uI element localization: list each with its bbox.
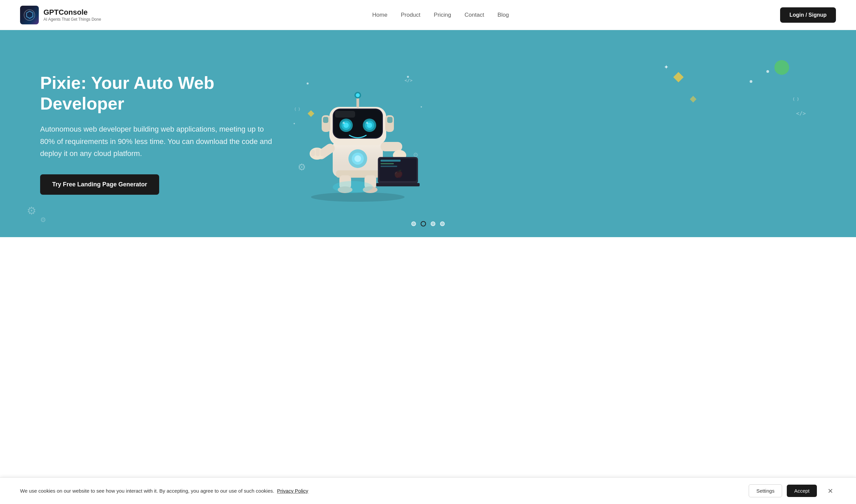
- svg-rect-41: [320, 149, 324, 156]
- hero-illustration: </> { }: [274, 53, 441, 214]
- svg-rect-49: [376, 183, 420, 186]
- svg-point-11: [355, 155, 361, 162]
- svg-marker-54: [308, 110, 314, 117]
- hero-cta-button[interactable]: Try Free Landing Page Generator: [40, 174, 159, 195]
- brand-tagline: AI Agents That Get Things Done: [44, 17, 101, 22]
- svg-rect-40: [316, 148, 320, 156]
- brand-link[interactable]: GPTConsole AI Agents That Get Things Don…: [20, 6, 101, 24]
- carousel-dot-1[interactable]: [411, 221, 416, 226]
- star-deco: ✦: [664, 64, 669, 71]
- hero-content: Pixie: Your Auto Web Developer Autonomou…: [40, 72, 274, 195]
- svg-rect-46: [380, 160, 400, 162]
- svg-text:{ }: { }: [294, 107, 300, 111]
- svg-rect-47: [380, 163, 394, 164]
- svg-text:⚙: ⚙: [297, 162, 306, 172]
- login-signup-button[interactable]: Login / Signup: [780, 7, 836, 23]
- bracket-deco: </>: [796, 110, 806, 116]
- svg-rect-39: [311, 150, 315, 156]
- svg-point-2: [294, 123, 295, 124]
- svg-point-3: [421, 106, 422, 108]
- svg-point-29: [366, 122, 368, 124]
- carousel-dot-2[interactable]: [421, 221, 426, 227]
- svg-point-51: [333, 181, 373, 193]
- carousel-dots: [411, 221, 445, 227]
- svg-point-6: [311, 192, 405, 202]
- hero-description: Autonomous web developer building web ap…: [40, 123, 274, 160]
- dot-deco-2: [750, 80, 752, 83]
- svg-rect-36: [387, 117, 393, 123]
- below-hero-section: [0, 237, 856, 264]
- diamond-deco: [673, 72, 683, 82]
- diamond-deco-2: [690, 96, 697, 103]
- gear-icon-deco-sm: ⚙: [40, 216, 46, 224]
- svg-rect-42: [380, 142, 402, 151]
- hero-section: ⚙ ⚙ ✦ { } </> Pixie: Your Auto Web Devel…: [0, 30, 856, 237]
- svg-point-32: [356, 93, 360, 97]
- nav-home[interactable]: Home: [372, 12, 387, 18]
- svg-point-0: [307, 83, 309, 85]
- svg-text:⚙: ⚙: [413, 151, 418, 158]
- code-deco: { }: [792, 97, 799, 101]
- svg-rect-35: [323, 117, 328, 123]
- nav-pricing[interactable]: Pricing: [434, 12, 451, 18]
- dot-deco-1: [766, 70, 769, 73]
- nav-product[interactable]: Product: [401, 12, 421, 18]
- hero-title: Pixie: Your Auto Web Developer: [40, 72, 274, 114]
- svg-text:</>: </>: [405, 78, 413, 83]
- nav-contact[interactable]: Contact: [464, 12, 484, 18]
- navbar: GPTConsole AI Agents That Get Things Don…: [0, 0, 856, 30]
- carousel-dot-3[interactable]: [431, 221, 435, 226]
- carousel-dot-4[interactable]: [440, 221, 445, 226]
- brand-logo: [20, 6, 39, 24]
- brand-logo-icon: [20, 6, 39, 24]
- nav-blog[interactable]: Blog: [498, 12, 509, 18]
- circle-deco-green: [774, 60, 789, 75]
- gear-icon-deco: ⚙: [27, 204, 36, 217]
- svg-rect-21: [335, 111, 355, 118]
- nav-links: Home Product Pricing Contact Blog: [372, 12, 509, 18]
- brand-text: GPTConsole AI Agents That Get Things Don…: [44, 8, 101, 21]
- svg-point-25: [343, 122, 345, 124]
- svg-rect-48: [380, 166, 397, 167]
- robot-svg: </> { }: [281, 57, 435, 211]
- svg-text:🍎: 🍎: [394, 169, 403, 178]
- brand-name: GPTConsole: [44, 8, 101, 17]
